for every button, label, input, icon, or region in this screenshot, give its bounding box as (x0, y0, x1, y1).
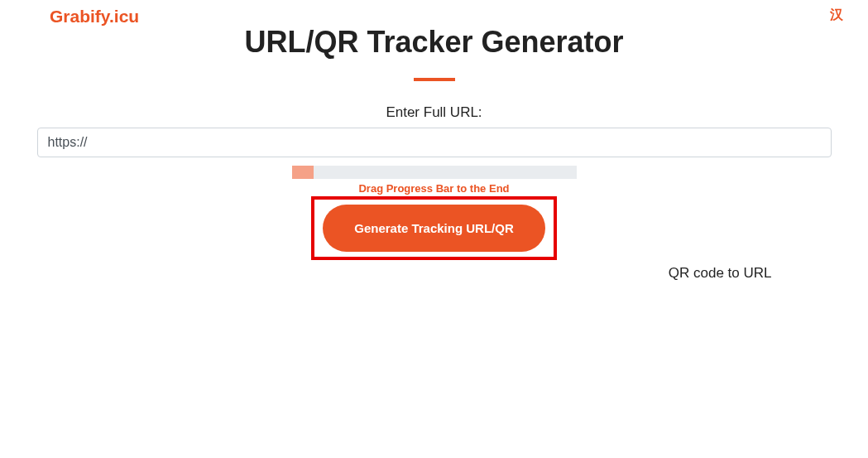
title-divider (414, 78, 455, 81)
url-input[interactable] (37, 128, 832, 157)
drag-hint-text: Drag Progress Bar to the End (25, 182, 843, 195)
language-link[interactable]: 汉 (830, 7, 851, 24)
progress-bar-track[interactable] (292, 166, 577, 179)
site-logo[interactable]: Grabify.icu (50, 7, 139, 27)
generate-button[interactable]: Generate Tracking URL/QR (323, 205, 545, 252)
progress-bar-handle[interactable] (292, 166, 314, 179)
qr-to-url-link[interactable]: QR code to URL (669, 265, 772, 282)
page-title: URL/QR Tracker Generator (25, 25, 843, 60)
url-input-label: Enter Full URL: (25, 104, 843, 121)
button-highlight-box: Generate Tracking URL/QR (311, 196, 557, 260)
